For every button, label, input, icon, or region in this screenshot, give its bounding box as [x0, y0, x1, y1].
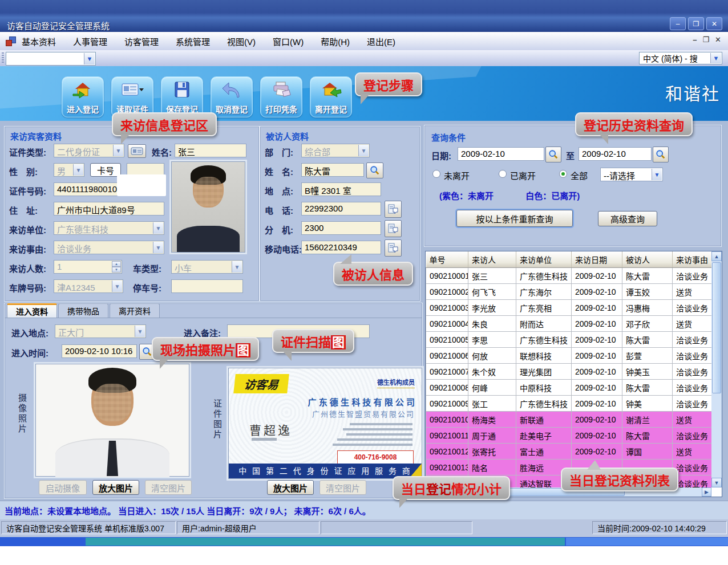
parking-field[interactable] — [171, 279, 243, 293]
language-select[interactable]: 中文 (简体) - 搜 ▼ — [639, 52, 722, 64]
column-header[interactable]: 被访人 — [622, 251, 673, 268]
print-receipt-button[interactable]: 打印凭条 — [260, 76, 302, 117]
reason-select[interactable]: 洽谈业务▼ — [54, 241, 164, 254]
menu-item[interactable]: 访客管理 — [124, 35, 159, 47]
status-filter-select[interactable]: --请选择▼ — [600, 168, 663, 181]
chevron-down-icon[interactable]: ▼ — [710, 53, 721, 63]
table-row[interactable]: 090210010 杨海类 新联通 2009-02-10 谢清兰 送货 — [426, 412, 712, 428]
mdi-restore-button[interactable]: ❐ — [702, 35, 709, 44]
leave-register-button[interactable]: 离开登记 — [310, 76, 352, 117]
column-header[interactable]: 来访事由 — [673, 251, 712, 268]
column-header[interactable]: 来访日期 — [572, 251, 622, 268]
date-from-picker-button[interactable] — [545, 147, 561, 162]
tab-leave-info[interactable]: 离开资料 — [110, 303, 160, 318]
mobile-label: 移动电话: — [265, 243, 302, 255]
column-header[interactable]: 来访单位 — [516, 251, 572, 268]
plate-select[interactable]: 津A12345▼ — [54, 279, 123, 293]
date-to-picker-button[interactable] — [653, 147, 669, 162]
mobile-field[interactable]: 15602210349 — [301, 241, 381, 254]
radio-all[interactable] — [559, 170, 567, 178]
column-header[interactable]: 单号 — [426, 251, 468, 268]
date-from-field[interactable]: 2009-02-10 — [458, 147, 544, 161]
location-field[interactable]: B幢 2301 室 — [301, 182, 381, 196]
menu-item[interactable]: 基本资料 — [22, 35, 56, 47]
menu-item[interactable]: 帮助(H) — [321, 35, 350, 47]
dial-ext-button[interactable] — [385, 220, 402, 237]
car-type-select[interactable]: 小车▼ — [171, 260, 243, 274]
company-select[interactable]: 广东德生科技▼ — [54, 221, 164, 235]
read-certificate-button[interactable]: 读取证件 — [111, 76, 153, 117]
table-row[interactable]: 090210004 朱良 附而达 2009-02-10 邓子欣 送货 — [426, 316, 712, 332]
menu-item[interactable]: 窗口(W) — [273, 35, 304, 47]
scroll-down-icon[interactable]: ▼ — [711, 478, 722, 487]
close-button[interactable]: ✕ — [706, 17, 722, 30]
start-camera-button[interactable]: 启动摄像 — [39, 480, 87, 495]
radio-not-left[interactable] — [432, 170, 440, 178]
ext-field[interactable]: 2300 — [301, 221, 381, 235]
visited-name-field[interactable]: 陈大雷 — [301, 163, 364, 177]
mdi-minimize-button[interactable]: – — [693, 35, 697, 44]
table-row[interactable]: 090210012 张寄托 富士通 2009-02-10 谭国 送货 — [426, 444, 712, 460]
entry-time-field[interactable]: 2009-02-10 10:16 — [62, 344, 137, 358]
count-stepper[interactable]: 1 ▲▼ — [54, 260, 122, 274]
cancel-register-button[interactable]: 取消登记 — [211, 76, 253, 117]
table-row[interactable]: 090210003 李光放 广东亮相 2009-02-10 冯惠梅 洽谈业务 — [426, 300, 712, 316]
scroll-right-icon[interactable]: ▶ — [702, 487, 711, 497]
visitor-name-field[interactable]: 张三 — [175, 144, 246, 157]
bottom-strip-right — [566, 538, 728, 546]
callout-visited-info: 被访人信息 — [333, 262, 413, 286]
tab-carried-items[interactable]: 携带物品 — [58, 303, 108, 318]
address-field[interactable]: 广州市中山大道89号 — [54, 202, 164, 216]
table-row[interactable]: 090210002 何飞飞 广东海尔 2009-02-10 谭玉姣 送货 — [426, 284, 712, 300]
mdi-close-button[interactable]: ✕ — [715, 35, 721, 44]
table-row[interactable]: 090210007 朱个奴 理光集团 2009-02-10 钟美玉 洽谈业务 — [426, 364, 712, 380]
table-row[interactable]: 090210011 周于通 赴美电子 2009-02-10 陈大雷 洽谈业务 — [426, 428, 712, 444]
date-to-field[interactable]: 2009-02-10 — [579, 147, 652, 161]
toolbar-grip[interactable] — [2, 52, 4, 64]
menu-item[interactable]: 视图(V) — [227, 35, 256, 47]
menu-item[interactable]: 退出(E) — [367, 35, 395, 47]
parking-label: 停车号: — [133, 282, 161, 294]
dial-mobile-button[interactable] — [385, 239, 402, 257]
clear-cert-button[interactable]: 清空图片 — [319, 480, 366, 495]
dial-phone-button[interactable] — [385, 201, 402, 218]
entry-panel: 进入资料 携带物品 离开资料 进入地点: 正大门▼ 进入备注: 进入时间: 20… — [5, 303, 422, 498]
stepper-up-icon[interactable]: ▲ — [112, 261, 121, 267]
cert-type-select[interactable]: 二代身份证▼ — [54, 144, 124, 157]
scroll-up-icon[interactable]: ▲ — [711, 251, 722, 261]
zoom-photo-button[interactable]: 放大图片 — [92, 480, 139, 495]
vertical-scroll-thumb[interactable] — [712, 262, 721, 393]
table-row[interactable]: 090210001 张三 广东德生科技 2009-02-10 陈大雷 洽谈业务 — [426, 268, 712, 284]
quick-combo[interactable]: ▼ — [6, 52, 96, 66]
enter-register-button[interactable]: 进入登记 — [62, 76, 104, 117]
zoom-cert-button[interactable]: 放大图片 — [267, 480, 314, 495]
gender-select[interactable]: 男▼ — [54, 163, 84, 177]
brand-text: 和谐社 — [665, 80, 720, 105]
clear-photo-button[interactable]: 清空图片 — [145, 480, 192, 495]
card-no-button[interactable]: 卡号 — [90, 163, 121, 177]
column-header[interactable]: 来访人 — [468, 251, 516, 268]
tab-entry-info[interactable]: 进入资料 — [7, 303, 57, 318]
table-row[interactable]: 090210005 李思 广东德生科技 2009-02-10 陈大雷 洽谈业务 — [426, 332, 712, 348]
table-row[interactable]: 090210009 张工 广东德生科技 2009-02-10 钟美 洽谈业务 — [426, 396, 712, 412]
radio-all-label: 全部 — [571, 169, 588, 181]
minimize-button[interactable]: – — [670, 17, 686, 30]
bottom-strip-segment — [86, 538, 565, 546]
requery-button[interactable]: 按以上条件重新查询 — [456, 210, 573, 227]
chevron-down-icon[interactable]: ▼ — [84, 53, 95, 64]
entry-location-select[interactable]: 正大门▼ — [55, 324, 146, 338]
menu-item[interactable]: 系统管理 — [176, 35, 210, 47]
search-person-button[interactable] — [366, 162, 383, 178]
menu-item[interactable]: 人事管理 — [73, 35, 107, 47]
restore-button[interactable]: ❐ — [688, 17, 704, 30]
vertical-scrollbar[interactable]: ▲ ▼ — [711, 251, 722, 487]
table-row[interactable]: 090210006 何放 联想科技 2009-02-10 彭萱 洽谈业务 — [426, 348, 712, 364]
radio-left[interactable] — [499, 170, 507, 178]
advanced-query-button[interactable]: 高级查询 — [598, 211, 657, 226]
card-reader-button[interactable] — [128, 144, 146, 158]
phone-field[interactable]: 22992300 — [301, 202, 381, 216]
save-register-button[interactable]: 保存登记 — [161, 76, 203, 117]
table-row[interactable]: 090210008 何峰 中原科技 2009-02-10 陈大雷 洽谈业务 — [426, 380, 712, 396]
dept-select[interactable]: 综合部▼ — [301, 144, 370, 157]
stepper-down-icon[interactable]: ▼ — [112, 267, 121, 273]
